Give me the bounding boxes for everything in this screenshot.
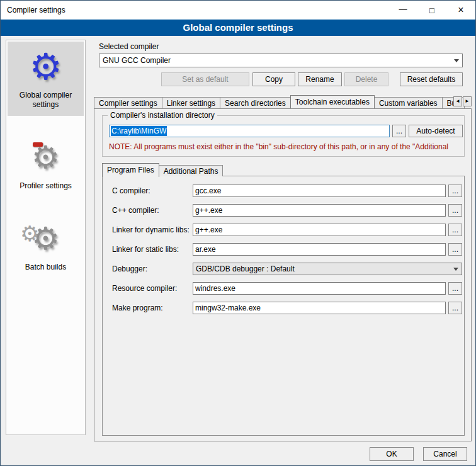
minimize-button[interactable]: — [388,1,417,20]
cpp-compiler-label: C++ compiler: [112,206,159,215]
global-compiler-gear-icon: ⚙ [9,47,82,87]
debugger-value: GDB/CDB debugger : Default [196,264,295,273]
tab-compiler-settings[interactable]: Compiler settings [94,97,162,108]
tab-scroll-right-icon[interactable]: ► [463,96,472,106]
linker-static-input[interactable] [193,243,446,256]
tab-search-directories[interactable]: Search directories [220,97,291,108]
tab-toolchain-executables[interactable]: Toolchain executables [290,95,375,108]
tab-additional-paths[interactable]: Additional Paths [159,165,224,176]
c-compiler-input[interactable] [193,185,446,197]
selected-compiler-dropdown[interactable]: GNU GCC Compiler [99,54,463,67]
rename-button[interactable]: Rename [298,72,342,86]
profiler-icon: ⚙ [9,137,82,178]
minimize-icon: — [399,4,407,14]
settings-tab-bar: Compiler settings Linker settings Search… [94,95,472,108]
sidebar-item-profiler-settings[interactable]: ⚙ Profiler settings [8,132,84,197]
field-row-linker-static: Linker for static libs: ... [103,243,464,256]
tab-program-files[interactable]: Program Files [102,163,159,177]
field-row-debugger: Debugger: GDB/CDB debugger : Default [103,263,464,276]
field-row-resource-compiler: Resource compiler: ... [103,282,464,295]
linker-dynamic-input[interactable] [193,224,446,236]
field-row-cpp-compiler: C++ compiler: ... [103,204,464,217]
tab-scroll-left-icon[interactable]: ◄ [453,96,462,106]
dialog-header: Global compiler settings [1,20,475,36]
tab-linker-settings[interactable]: Linker settings [162,97,220,108]
make-program-input[interactable] [193,302,446,314]
ok-button[interactable]: OK [370,447,414,461]
chevron-down-icon [451,54,462,67]
sidebar-item-label: Profiler settings [9,181,82,191]
cpp-compiler-input[interactable] [193,204,446,217]
installation-directory-group: Compiler's installation directory C:\ray… [102,115,465,157]
selected-compiler-label: Selected compiler [99,42,159,51]
debugger-dropdown[interactable]: GDB/CDB debugger : Default [193,263,462,275]
make-program-label: Make program: [112,304,163,312]
installation-directory-note: NOTE: All programs must exist either in … [109,142,463,151]
field-row-linker-dynamic: Linker for dynamic libs: ... [103,224,464,237]
sidebar-item-global-compiler-settings[interactable]: ⚙ Global compiler settings [8,42,84,116]
linker-static-label: Linker for static libs: [112,245,179,254]
maximize-button[interactable]: □ [417,1,446,20]
tab-custom-variables[interactable]: Custom variables [374,97,443,108]
c-compiler-label: C compiler: [112,186,150,195]
window-title: Compiler settings [1,6,65,14]
installation-directory-value: C:\raylib\MinGW [111,126,167,136]
copy-button[interactable]: Copy [252,72,295,86]
installation-directory-group-title: Compiler's installation directory [108,111,217,120]
title-bar[interactable]: Compiler settings — □ × [1,1,475,20]
set-as-default-button[interactable]: Set as default [161,72,249,86]
delete-button[interactable]: Delete [344,72,388,86]
tab-scroll-arrows: ◄ ► [453,96,475,464]
installation-directory-input[interactable]: C:\raylib\MinGW [109,125,390,137]
linker-dynamic-label: Linker for dynamic libs: [112,225,190,234]
maximize-icon: □ [429,6,434,15]
sidebar-item-label: Batch builds [9,263,82,272]
selected-compiler-value: GNU GCC Compiler [103,56,171,65]
resource-compiler-label: Resource compiler: [112,284,177,293]
reset-defaults-button[interactable]: Reset defaults [400,72,463,86]
sidebar-item-batch-builds[interactable]: ⚙ ⚙ Batch builds [8,213,84,278]
installation-directory-browse-button[interactable]: ... [392,125,406,137]
close-button[interactable]: × [446,1,475,20]
toolchain-executables-panel: Compiler's installation directory C:\ray… [94,108,472,441]
program-files-tab-bar: Program Files Additional Paths [102,163,223,176]
settings-sidebar: ⚙ Global compiler settings ⚙ Profiler se… [6,40,86,435]
window-controls: — □ × [388,1,475,20]
resource-compiler-input[interactable] [193,282,446,295]
sidebar-item-label: Global compiler settings [9,91,82,110]
program-files-panel: C compiler: ... C++ compiler: ... Linker… [102,176,465,436]
field-row-make-program: Make program: ... [103,302,464,315]
close-icon: × [458,4,463,16]
debugger-label: Debugger: [112,264,147,273]
batch-builds-gears-icon: ⚙ ⚙ [9,219,82,259]
profiler-red-accent [33,142,43,147]
field-row-c-compiler: C compiler: ... [103,185,464,198]
